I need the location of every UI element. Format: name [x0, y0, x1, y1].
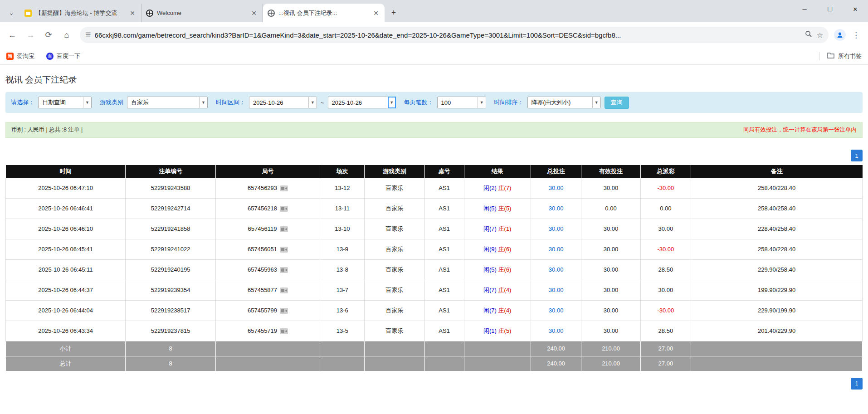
search-button[interactable]: 查询: [605, 97, 629, 109]
tab-welcome[interactable]: Welcome ✕: [141, 4, 263, 22]
tab-search-icon[interactable]: ⌄: [4, 5, 19, 20]
profile-avatar[interactable]: [834, 29, 846, 41]
cell-total-bet[interactable]: 30.00: [531, 198, 581, 219]
query-type-select[interactable]: 日期查询 ▼: [38, 97, 92, 108]
cell-valid-bet: 30.00: [581, 239, 640, 259]
bookmark-taobao[interactable]: 淘 爱淘宝: [6, 52, 34, 60]
game-type-label: 游戏类别: [100, 98, 123, 107]
reload-icon[interactable]: ⟳: [41, 27, 56, 43]
sum-value: [215, 356, 320, 371]
cell-result: 闲(2) 庄(7): [464, 178, 531, 198]
sort-select[interactable]: 降幂(由大到小) ▼: [527, 97, 601, 108]
new-tab-button[interactable]: +: [387, 6, 400, 19]
site-info-icon[interactable]: ☰: [85, 31, 90, 39]
date-end-select[interactable]: 2025-10-26 ▼: [328, 97, 396, 108]
total-row: 总计8240.00210.0027.00: [6, 356, 863, 371]
cell-payout: 0.00: [640, 198, 691, 219]
cell-total-bet[interactable]: 30.00: [531, 239, 581, 259]
cell-session: 13-6: [320, 300, 365, 321]
cell-valid-bet: 0.00: [581, 198, 640, 219]
tab-bet-records[interactable]: :::视讯 会员下注纪录::: ✕: [263, 4, 385, 22]
cell-total-bet[interactable]: 30.00: [531, 280, 581, 300]
replay-video-icon[interactable]: [280, 185, 288, 191]
url-text[interactable]: 66cxkj98.com/game/betrecord_search/kind3…: [95, 31, 800, 39]
cell-payout: -30.00: [640, 239, 691, 259]
cell-game-type: 百家乐: [365, 219, 424, 239]
select-type-label: 请选择：: [11, 98, 34, 107]
cell-total-bet[interactable]: 30.00: [531, 321, 581, 341]
replay-video-icon[interactable]: [280, 206, 288, 212]
sum-value: 240.00: [531, 341, 581, 356]
table-row: 2025-10-26 06:46:41522919242714657456218…: [6, 198, 863, 219]
replay-video-icon[interactable]: [280, 247, 288, 253]
cell-game-type: 百家乐: [365, 198, 424, 219]
cell-table-no: AS1: [424, 259, 464, 280]
column-header: 场次: [320, 165, 365, 178]
sum-value: [320, 341, 365, 356]
cell-bet-id: 522919241858: [126, 219, 215, 239]
zoom-icon[interactable]: [805, 30, 812, 39]
address-bar[interactable]: ☰ 66cxkj98.com/game/betrecord_search/kin…: [80, 27, 829, 43]
cell-valid-bet: 30.00: [581, 321, 640, 341]
forum-favicon-icon: [24, 10, 32, 17]
cell-payout: 30.00: [640, 280, 691, 300]
tab-forum[interactable]: 【新提醒】海燕论坛 - 博学交流 ✕: [20, 4, 141, 22]
column-header: 总派彩: [640, 165, 691, 178]
sum-value: [215, 341, 320, 356]
tab-close-icon[interactable]: ✕: [128, 9, 137, 17]
forward-icon[interactable]: →: [23, 27, 38, 43]
replay-video-icon[interactable]: [280, 226, 288, 232]
close-button[interactable]: ✕: [843, 0, 868, 18]
browser-menu-icon[interactable]: ⋮: [848, 30, 863, 40]
minimize-button[interactable]: ─: [792, 0, 817, 18]
cell-session: 13-7: [320, 280, 365, 300]
back-icon[interactable]: ←: [5, 27, 20, 43]
cell-remark: 228.40/258.40: [691, 219, 863, 239]
date-range-label: 时间区间：: [216, 98, 245, 107]
sum-value: 210.00: [581, 341, 640, 356]
bookmark-baidu[interactable]: 百 百度一下: [46, 52, 80, 60]
per-page-select[interactable]: 100 ▼: [437, 97, 486, 108]
cell-result: 闲(1) 庄(5): [464, 321, 531, 341]
bookmark-star-icon[interactable]: ☆: [817, 31, 823, 39]
date-start-select[interactable]: 2025-10-26 ▼: [249, 97, 317, 108]
cell-total-bet[interactable]: 30.00: [531, 178, 581, 198]
cell-round-id: 657455877: [215, 280, 320, 300]
cell-round-id: 657456218: [215, 198, 320, 219]
cell-time: 2025-10-26 06:45:41: [6, 239, 126, 259]
cell-session: 13-11: [320, 198, 365, 219]
cell-remark: 258.40/258.40: [691, 198, 863, 219]
cell-game-type: 百家乐: [365, 239, 424, 259]
page-1-button[interactable]: 1: [851, 150, 863, 161]
cell-remark: 201.40/229.90: [691, 321, 863, 341]
cell-valid-bet: 30.00: [581, 259, 640, 280]
cell-remark: 199.90/229.90: [691, 280, 863, 300]
replay-video-icon[interactable]: [280, 328, 288, 334]
tab-close-icon[interactable]: ✕: [372, 9, 380, 17]
baidu-icon: 百: [46, 53, 54, 60]
page-1-button[interactable]: 1: [851, 378, 863, 390]
cell-total-bet[interactable]: 30.00: [531, 259, 581, 280]
game-type-select[interactable]: 百家乐 ▼: [127, 97, 208, 108]
home-icon[interactable]: ⌂: [59, 27, 74, 43]
column-header: 有效投注: [581, 165, 640, 178]
valid-bet-notice-text: 同局有效投注，统一计算在该局第一张注单内: [743, 126, 857, 134]
replay-video-icon[interactable]: [280, 308, 288, 314]
chevron-down-icon: ▼: [592, 97, 600, 108]
cell-session: 13-12: [320, 178, 365, 198]
navigation-bar: ← → ⟳ ⌂ ☰ 66cxkj98.com/game/betrecord_se…: [0, 22, 868, 48]
sum-value: [365, 356, 424, 371]
maximize-button[interactable]: ☐: [817, 0, 843, 18]
cell-round-id: 657455799: [215, 300, 320, 321]
sum-label: 总计: [6, 356, 126, 371]
sum-value: [691, 341, 863, 356]
replay-video-icon[interactable]: [280, 267, 288, 273]
all-bookmarks[interactable]: 所有书签: [819, 52, 862, 60]
cell-total-bet[interactable]: 30.00: [531, 219, 581, 239]
cell-table-no: AS1: [424, 219, 464, 239]
tab-close-icon[interactable]: ✕: [250, 9, 258, 17]
cell-total-bet[interactable]: 30.00: [531, 300, 581, 321]
cell-bet-id: 522919237815: [126, 321, 215, 341]
replay-video-icon[interactable]: [280, 287, 288, 293]
sum-value: [424, 356, 464, 371]
